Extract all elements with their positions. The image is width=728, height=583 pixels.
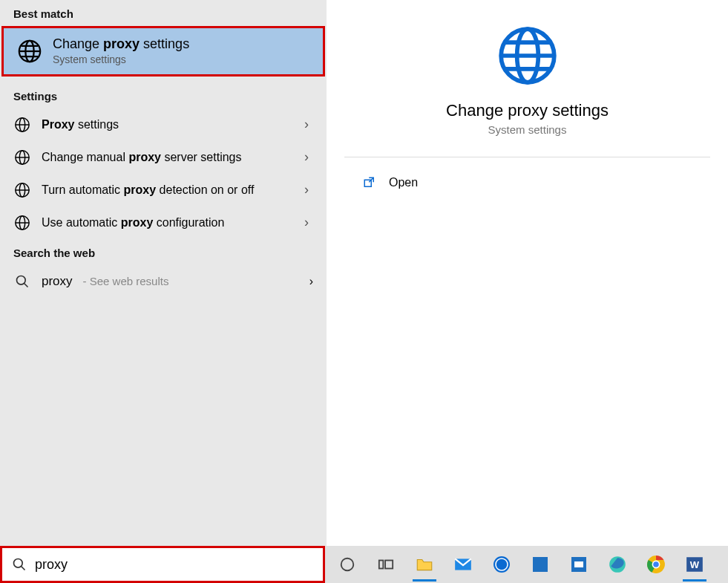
best-match-header: Best match [0,0,327,26]
svg-point-22 [14,559,23,568]
web-query: proxy [42,274,73,289]
best-match-title: Change proxy settings [53,36,189,53]
web-search-result[interactable]: proxy - See web results › [0,265,327,298]
globe-icon [496,24,560,88]
svg-point-24 [341,558,354,571]
chevron-right-icon: › [300,149,313,165]
circle-icon [337,554,358,575]
settings-result-label: Change manual proxy server settings [42,150,289,165]
open-icon [362,175,377,190]
dell-icon [491,554,512,575]
taskbar-file-explorer[interactable] [407,550,442,579]
taskbar-word[interactable]: W [677,550,712,579]
settings-result-auto-config[interactable]: Use automatic proxy configuration › [0,206,327,239]
taskbar: W [325,546,728,583]
taskbar-app-tile-1[interactable] [522,550,558,579]
search-input[interactable] [35,557,314,573]
chevron-right-icon: › [300,182,313,198]
svg-text:W: W [690,559,700,570]
app-icon [530,554,551,575]
edge-icon [607,554,628,575]
svg-line-16 [24,283,28,287]
task-view-icon [376,554,396,575]
detail-subtitle: System settings [488,123,567,136]
settings-result-label: Turn automatic proxy detection on or off [42,183,289,198]
svg-rect-26 [385,561,393,569]
open-action[interactable]: Open [327,157,728,208]
taskbar-chrome[interactable] [638,550,674,579]
settings-result-proxy-settings[interactable]: Proxy settings › [0,108,327,141]
search-icon [11,556,27,573]
open-label: Open [389,176,418,189]
globe-icon [13,116,31,134]
globe-icon [17,39,42,64]
globe-icon [13,214,31,232]
taskbar-app-tile-2[interactable] [561,550,597,579]
word-icon: W [684,554,705,575]
taskbar-task-view[interactable] [368,550,404,579]
globe-icon [13,149,31,166]
svg-point-15 [17,276,26,284]
svg-rect-25 [379,561,383,569]
chrome-icon [646,554,666,575]
svg-point-36 [653,561,659,567]
search-icon [13,273,31,290]
taskbar-dell[interactable] [484,550,519,579]
app-icon [568,554,589,575]
settings-result-label: Proxy settings [42,117,289,132]
settings-result-auto-detection[interactable]: Turn automatic proxy detection on or off… [0,174,327,206]
settings-header: Settings [0,82,327,108]
taskbar-edge[interactable] [600,550,635,579]
mail-icon [453,554,473,575]
web-header: Search the web [0,239,327,265]
settings-result-manual-proxy[interactable]: Change manual proxy server settings › [0,141,327,174]
search-results-panel: Best match Change proxy settings System … [0,0,327,546]
svg-line-23 [22,567,25,570]
detail-title: Change proxy settings [446,101,609,120]
svg-rect-30 [533,557,548,572]
result-detail-panel: Change proxy settings System settings Op… [327,0,728,546]
taskbar-mail[interactable] [445,550,481,579]
best-match-subtitle: System settings [53,53,189,66]
chevron-right-icon: › [300,215,313,230]
folder-icon [414,554,435,575]
chevron-right-icon: › [309,275,313,288]
svg-rect-32 [574,561,583,567]
taskbar-cortana[interactable] [329,550,365,579]
chevron-right-icon: › [300,117,313,132]
search-bar[interactable] [0,546,325,583]
settings-result-label: Use automatic proxy configuration [42,215,289,230]
best-match-result[interactable]: Change proxy settings System settings [1,26,325,76]
web-suffix: - See web results [83,275,169,287]
globe-icon [13,181,31,199]
